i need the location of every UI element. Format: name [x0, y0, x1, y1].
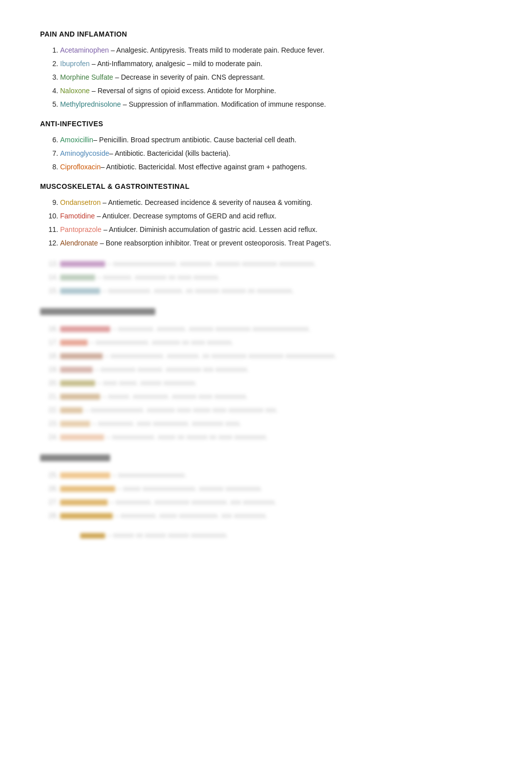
blurred-list-item: – xxxxxxxxxxxx. xxxxxxxx. xx xxxxxxx xxx…	[60, 286, 492, 296]
blurred-list-item: – xxxxxxxx. xxxxxxxxx xx xxxx xxxxxxx.	[60, 272, 492, 283]
section-muscoskeletal: MUSCOSKELETAL & GASTROINTESTINAL Ondanse…	[40, 182, 492, 248]
list-item: Aminoglycoside– Antibiotic. Bactericidal…	[60, 148, 492, 159]
list-item: Methylprednisolone – Suppression of infl…	[60, 99, 492, 110]
section-pain: PAIN AND INFLAMATION Acetaminophen – Ana…	[40, 30, 492, 110]
drug-name-morphine: Morphine Sulfate	[60, 73, 113, 81]
list-item: Amoxicillin– Penicillin. Broad spectrum …	[60, 135, 492, 145]
list-item: Ciprofloxacin– Antibiotic. Bactericidal.…	[60, 162, 492, 172]
drug-name-ondansetron: Ondansetron	[60, 198, 101, 206]
blurred-list-item: – xxxxxx. xxxxxxxxxx. xxxxxxx xxxx xxxxx…	[60, 391, 492, 402]
section-muscoskeletal-title: MUSCOSKELETAL & GASTROINTESTINAL	[40, 182, 492, 190]
blurred-list-item: – xxxx xxxxx. xxxxxx xxxxxxxxx.	[60, 378, 492, 388]
muscoskeletal-list: Ondansetron – Antiemetic. Decreased inci…	[60, 197, 492, 248]
drug-name-amoxicillin: Amoxicillin	[60, 136, 93, 144]
drug-desc-9: – Antiemetic. Decreased incidence & seve…	[101, 198, 313, 206]
section-blurred-5: – xxxxxxxxxx. xxxxxxxx. xxxxxxx xxxxxxxx…	[40, 324, 492, 442]
drug-desc-1: – Analgesic. Antipyresis. Treats mild to…	[109, 46, 324, 54]
blurred-list-item: – xxxxxxxxxxxxxxx. xxxxxxxx xx xxxx xxxx…	[60, 337, 492, 348]
blurred-list-item: – xxxxx xxxxxxxxxxxxxxx. xxxxxxx xxxxxxx…	[60, 483, 492, 494]
drug-desc-4: – Reversal of signs of opioid excess. An…	[90, 87, 276, 95]
section-blurred-6: – xxxxxxxxxxxxxxxxxxx. – xxxxx xxxxxxxxx…	[40, 470, 492, 539]
drug-name-famotidine: Famotidine	[60, 212, 95, 220]
list-item: Pantoprazole – Antiulcer. Diminish accum…	[60, 224, 492, 235]
blurred-list-item: – xxxxxxxxxxxx. xxxxx xx xxxxxx xx xxxx …	[60, 432, 492, 442]
list-item: Morphine Sulfate – Decrease in severity …	[60, 72, 492, 83]
drug-name-aminoglycoside: Aminoglycoside	[60, 149, 109, 157]
drug-desc-11: – Antiulcer. Diminish accumulation of ga…	[102, 225, 318, 233]
blurred-list-item: – xxxxxxxxxxxxxxx. xxxxxxxxx. xx xxxxxxx…	[60, 351, 492, 361]
blurred-list-item: – xxxxxxxxxx. xxxx xxxxxxxxxx. xxxxxxxxx…	[60, 418, 492, 429]
list-item: Alendronate – Bone reabsorption inhibito…	[60, 238, 492, 248]
blurred-list-6: – xxxxxxxxxxxxxxxxxxx. – xxxxx xxxxxxxxx…	[60, 470, 492, 521]
section-anti-infectives-title: ANTI-INFECTIVES	[40, 120, 492, 128]
anti-infectives-list: Amoxicillin– Penicillin. Broad spectrum …	[60, 135, 492, 172]
drug-name-acetaminophen: Acetaminophen	[60, 46, 109, 54]
drug-desc-10: – Antiulcer. Decrease symptoms of GERD a…	[95, 212, 277, 220]
list-item: Ondansetron – Antiemetic. Decreased inci…	[60, 197, 492, 208]
section-anti-infectives: ANTI-INFECTIVES Amoxicillin– Penicillin.…	[40, 120, 492, 172]
drug-desc-8: – Antibiotic. Bactericidal. Most effecti…	[101, 163, 307, 171]
blurred-list-item: – xxxxxxxxxx. xxxxx xxxxxxxxxxx. xxx xxx…	[60, 510, 492, 521]
blurred-sub-item: – xxxxxx xx xxxxxx xxxxxx xxxxxxxxxx.	[80, 531, 492, 539]
drug-desc-6: – Penicillin. Broad spectrum antibiotic.…	[93, 136, 296, 144]
blurred-list-item: – xxxxxxxxxxxxxxx. xxxxxxxx xxxx xxxxx x…	[60, 405, 492, 415]
section-blurred-title-2	[40, 308, 492, 317]
section-blurred-title-3	[40, 454, 492, 463]
drug-name-ciprofloxacin: Ciprofloxacin	[60, 163, 101, 171]
list-item: Acetaminophen – Analgesic. Antipyresis. …	[60, 45, 492, 56]
blurred-list-4: – xxxxxxxxxxxxxxxxxx. xxxxxxxxx. xxxxxxx…	[60, 258, 492, 296]
list-item: Famotidine – Antiulcer. Decrease symptom…	[60, 211, 492, 221]
list-item: Naloxone – Reversal of signs of opioid e…	[60, 86, 492, 96]
drug-desc-5: – Suppression of inflammation. Modificat…	[121, 100, 326, 108]
drug-name-alendronate: Alendronate	[60, 239, 98, 247]
section-blurred-4: – xxxxxxxxxxxxxxxxxx. xxxxxxxxx. xxxxxxx…	[40, 258, 492, 296]
drug-name-pantoprazole: Pantoprazole	[60, 225, 102, 233]
drug-name-naloxone: Naloxone	[60, 87, 90, 95]
drug-desc-3: – Decrease in severity of pain. CNS depr…	[113, 73, 265, 81]
section-pain-title: PAIN AND INFLAMATION	[40, 30, 492, 38]
blurred-list-item: – xxxxxxxxxxxxxxxxxx. xxxxxxxxx. xxxxxxx…	[60, 258, 492, 269]
blurred-list-item: – xxxxxxxxxx. xxxxxxxx. xxxxxxx xxxxxxxx…	[60, 324, 492, 334]
drug-name-methylprednisolone: Methylprednisolone	[60, 100, 121, 108]
drug-desc-2: – Anti-Inflammatory, analgesic – mild to…	[90, 60, 262, 68]
pain-list: Acetaminophen – Analgesic. Antipyresis. …	[60, 45, 492, 110]
blurred-list-item: – xxxxxxxxxx xxxxxxx. xxxxxxxxxx xxx xxx…	[60, 364, 492, 375]
drug-desc-7: – Antibiotic. Bactericidal (kills bacter…	[109, 149, 230, 157]
drug-name-ibuprofen: Ibuprofen	[60, 60, 90, 68]
list-item: Ibuprofen – Anti-Inflammatory, analgesic…	[60, 59, 492, 69]
drug-desc-12: – Bone reabsorption inhibitor. Treat or …	[98, 239, 332, 247]
blurred-list-item: – xxxxxxxxxx. xxxxxxxxxx xxxxxxxxxx. xxx…	[60, 497, 492, 507]
blurred-list-item: – xxxxxxxxxxxxxxxxxxx.	[60, 470, 492, 480]
blurred-list-5: – xxxxxxxxxx. xxxxxxxx. xxxxxxx xxxxxxxx…	[60, 324, 492, 442]
